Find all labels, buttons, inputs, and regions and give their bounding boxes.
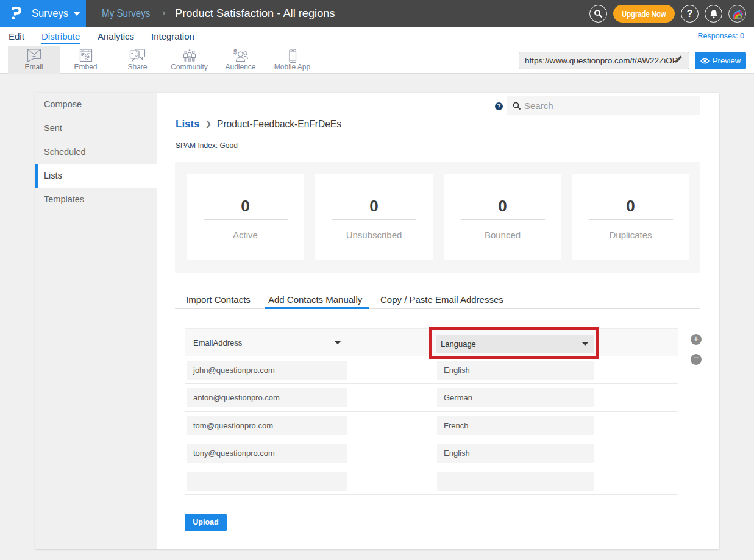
svg-text:$: $	[233, 49, 237, 55]
